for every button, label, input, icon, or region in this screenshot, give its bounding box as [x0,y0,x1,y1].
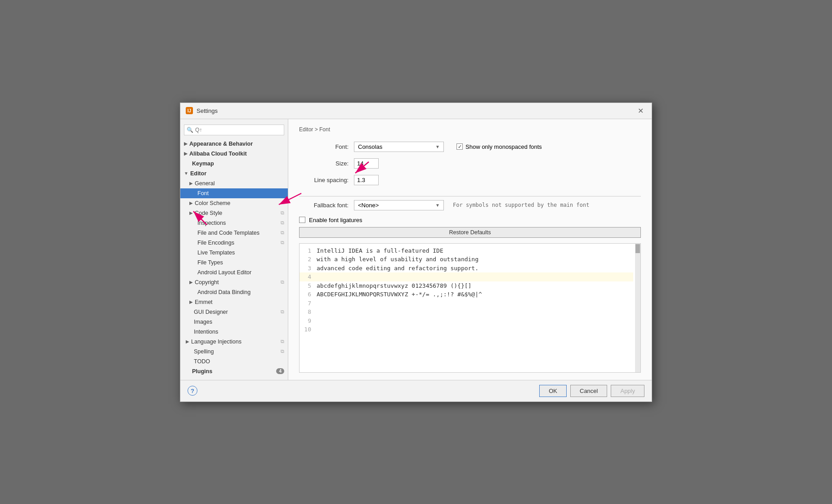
sidebar-item-langinjections[interactable]: ▶ Language Injections ⧉ [180,337,288,347]
sidebar-item-intentions[interactable]: Intentions [180,327,288,337]
sidebar-item-label: Appearance & Behavior [189,141,253,147]
preview-line-4: 4 [300,272,633,281]
title-bar: IJ Settings ✕ [180,103,652,119]
line-number: 2 [303,255,311,264]
sidebar-item-colorscheme[interactable]: ▶ Color Scheme [180,198,288,208]
sidebar-item-label: Font [197,190,209,196]
chevron-icon: ▶ [186,339,189,344]
ligatures-checkbox[interactable] [299,217,305,223]
sidebar-item-label: Android Layout Editor [197,269,251,276]
preview-line-6: 6 ABCDEFGHIJKLMNOPQRSTUVWXYZ +-*/= .,;:!… [303,290,637,299]
preview-text [317,325,637,334]
preview-text: with a high level of usability and outst… [317,255,637,264]
sidebar: 🔍 ▶ Appearance & Behavior ▶ Alibaba Clou… [180,119,288,380]
sidebar-item-label: File Encodings [197,240,234,246]
close-button[interactable]: ✕ [635,106,646,116]
sidebar-item-label: Copyright [195,279,219,285]
preview-line-5: 5 abcdefghijklmnopqrstuvwxyz 0123456789 … [303,281,637,290]
sidebar-item-label: Spelling [194,348,214,355]
sidebar-item-label: Android Data Binding [197,289,250,295]
search-input[interactable] [184,125,284,135]
preview-line-2: 2 with a high level of usability and out… [303,255,637,264]
plugins-badge: 4 [276,368,284,374]
preview-text: ABCDEFGHIJKLMNOPQRSTUVWXYZ +-*/= .,;:!? … [317,290,637,299]
apply-button[interactable]: Apply [611,385,644,397]
sidebar-item-general[interactable]: ▶ General [180,178,288,188]
line-spacing-row: Line spacing: [299,175,641,185]
title-bar-left: IJ Settings [186,107,218,114]
size-input[interactable] [354,158,379,169]
sidebar-item-label: Language Injections [191,339,242,345]
preview-text: advanced code editing and refactoring su… [317,264,637,273]
line-number: 5 [303,281,311,290]
sidebar-item-filecodetemplates[interactable]: File and Code Templates ⧉ [180,228,288,238]
sidebar-item-androidbinding[interactable]: Android Data Binding [180,287,288,297]
line-number: 6 [303,290,311,299]
chevron-icon: ▼ [184,171,188,176]
chevron-down-icon: ▼ [435,203,440,208]
show-mono-checkbox[interactable] [456,143,463,150]
preview-line-8: 8 [303,308,637,317]
font-dropdown[interactable]: Consolas ▼ [354,142,444,152]
sidebar-item-keymap[interactable]: Keymap [180,159,288,169]
preview-line-3: 3 advanced code editing and refactoring … [303,264,637,273]
fallback-label: Fallback font: [299,202,349,209]
font-row: Font: Consolas ▼ Show only monospaced fo… [299,142,641,152]
dialog-footer: ? OK Cancel Apply [180,380,652,401]
sidebar-item-copyright[interactable]: ▶ Copyright ⧉ [180,277,288,287]
line-spacing-input[interactable] [354,175,379,185]
sidebar-item-plugins[interactable]: Plugins 4 [180,366,288,376]
restore-defaults-button[interactable]: Restore Defaults [299,227,641,238]
sidebar-item-font[interactable]: Font [180,188,288,198]
chevron-icon: ▶ [189,181,193,186]
help-button[interactable]: ? [188,386,197,396]
sidebar-item-inspections[interactable]: Inspections ⧉ [180,218,288,228]
sidebar-item-guidesigner[interactable]: GUI Designer ⧉ [180,307,288,317]
line-number: 1 [303,246,311,255]
fallback-hint: For symbols not supported by the main fo… [453,202,589,208]
sidebar-item-label: Editor [190,170,206,177]
scrollbar-thumb[interactable] [635,244,640,253]
chevron-down-icon: ▼ [435,144,440,149]
copy-icon: ⧉ [281,339,284,344]
sidebar-item-livetemplates[interactable]: Live Templates [180,248,288,258]
preview-text [317,299,637,308]
copy-icon: ⧉ [281,210,284,216]
sidebar-item-appearance[interactable]: ▶ Appearance & Behavior [180,139,288,149]
sidebar-item-androidlayout[interactable]: Android Layout Editor [180,268,288,277]
dialog-body: 🔍 ▶ Appearance & Behavior ▶ Alibaba Clou… [180,119,652,380]
sidebar-item-fileencodings[interactable]: File Encodings ⧉ [180,238,288,248]
preview-scrollbar[interactable] [635,244,640,372]
sidebar-item-label: Plugins [192,368,212,375]
sidebar-item-emmet[interactable]: ▶ Emmet [180,297,288,307]
size-row: Size: [299,158,641,169]
sidebar-item-spelling[interactable]: Spelling ⧉ [180,347,288,357]
fallback-row: Fallback font: <None> ▼ For symbols not … [299,200,641,210]
fallback-dropdown[interactable]: <None> ▼ [354,200,444,210]
sidebar-item-editor[interactable]: ▼ Editor [180,169,288,178]
line-number: 8 [303,308,311,317]
ok-button[interactable]: OK [539,385,567,397]
line-spacing-label: Line spacing: [299,177,349,183]
search-icon: 🔍 [187,127,193,133]
sidebar-item-filetypes[interactable]: File Types [180,258,288,268]
search-box: 🔍 [184,125,284,135]
cancel-button[interactable]: Cancel [570,385,607,397]
sidebar-item-alibaba[interactable]: ▶ Alibaba Cloud Toolkit [180,149,288,159]
sidebar-item-todo[interactable]: TODO [180,357,288,366]
sidebar-item-label: Intentions [194,329,218,335]
sidebar-item-label: Keymap [192,161,214,167]
fallback-value: <None> [358,202,379,209]
sidebar-item-label: Color Scheme [195,200,230,206]
sidebar-item-label: Code Style [195,210,222,216]
sidebar-item-codestyle[interactable]: ▶ Code Style ⧉ [180,208,288,218]
preview-text [317,317,637,326]
sidebar-item-images[interactable]: Images [180,317,288,327]
preview-text [317,308,637,317]
dialog-title: Settings [197,107,218,114]
font-settings-form: Font: Consolas ▼ Show only monospaced fo… [299,142,641,185]
line-number: 9 [303,317,311,326]
chevron-icon: ▶ [189,201,193,205]
sidebar-item-label: Alibaba Cloud Toolkit [189,151,247,157]
preview-text: abcdefghijklmnopqrstuvwxyz 0123456789 ()… [317,281,637,290]
